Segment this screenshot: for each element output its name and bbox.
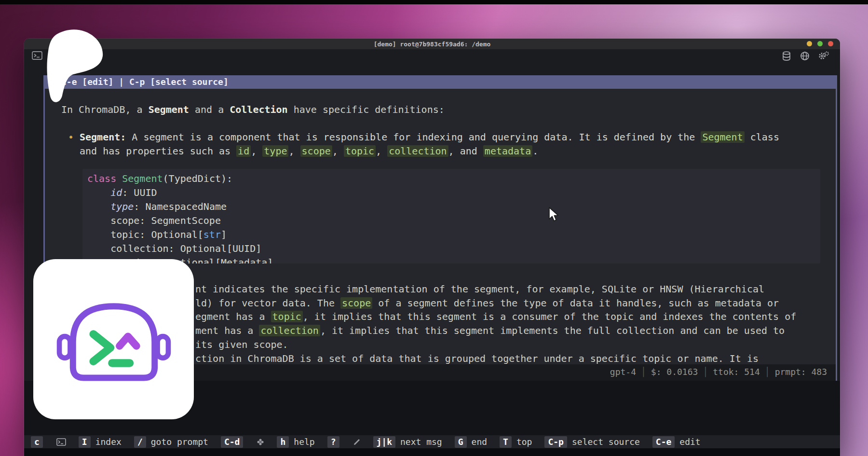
footer-binding-j-k[interactable]: j|knext msg — [373, 436, 442, 448]
text-segment: Segment — [701, 131, 744, 143]
footer-binding-i[interactable]: Iindex — [79, 436, 122, 448]
text-segment: collection — [387, 145, 448, 157]
database-icon[interactable] — [781, 51, 792, 63]
text-line: its given scope. — [195, 338, 796, 352]
footer-key[interactable]: C-e — [652, 436, 675, 448]
footer-key[interactable]: / — [134, 436, 146, 448]
footer-label: top — [516, 437, 532, 447]
text-line: egment has a topic, it implies that this… — [195, 310, 796, 324]
status-separator: │ — [765, 367, 770, 377]
footer-icon-item[interactable] — [55, 438, 66, 446]
keybinding-footer: cIindex/goto promptC-dhhelp?j|knext msgG… — [24, 435, 840, 448]
text-segment — [87, 187, 110, 198]
footer-binding-t[interactable]: Ttop — [500, 436, 532, 448]
footer-key[interactable]: h — [277, 436, 289, 448]
footer-binding-g[interactable]: Gend — [455, 436, 487, 448]
text-segment: A segment is a component that is respons… — [126, 131, 701, 143]
text-segment: id — [236, 145, 251, 157]
footer-binding-c[interactable]: c — [31, 436, 43, 448]
text-segment: collection — [259, 325, 320, 336]
text-segment: Segment — [149, 104, 189, 115]
text-segment: , and — [448, 145, 483, 157]
text-line: topic: Optional[str] — [87, 228, 820, 242]
text-line: class Segment(TypedDict): — [87, 172, 820, 186]
text-segment: , — [376, 145, 387, 157]
window-titlebar[interactable]: [demo] root@7b983cf59ad6: /demo — [24, 39, 840, 49]
text-segment: and has properties such as — [80, 145, 236, 157]
footer-key[interactable]: c — [31, 436, 43, 448]
text-line: ment has a collection, it implies that t… — [195, 324, 796, 338]
text-segment: nt indicates the specific implementation… — [195, 283, 764, 295]
footer-binding--[interactable]: /goto prompt — [134, 436, 208, 448]
text-line: id: UUID — [87, 186, 820, 200]
text-segment: Segment — [122, 173, 163, 184]
footer-icon-item[interactable] — [352, 438, 361, 446]
pencil-icon — [353, 438, 361, 446]
white-blob-overlay — [44, 28, 107, 108]
status-separator: │ — [641, 367, 646, 377]
text-segment: , — [288, 145, 300, 157]
text-segment: topic: Optional[ — [87, 229, 203, 240]
terminal-icon — [56, 438, 66, 446]
footer-key[interactable]: I — [79, 436, 91, 448]
text-line: ld) for vector data. The scope of a segm… — [195, 296, 796, 310]
globe-icon[interactable] — [800, 51, 810, 63]
gears-icon[interactable] — [818, 51, 829, 63]
flower-icon — [257, 438, 264, 446]
footer-binding--[interactable]: ? — [327, 436, 339, 448]
text-segment — [87, 201, 110, 212]
traffic-light[interactable] — [817, 41, 823, 46]
text-segment: , it implies that this segment implement… — [320, 325, 785, 336]
text-line: metadata: Optional[Metadata] — [87, 256, 820, 263]
bullet-paragraph: Segment: A segment is a component that i… — [80, 130, 779, 158]
footer-label: next msg — [400, 437, 442, 447]
traffic-light[interactable] — [807, 41, 812, 46]
status-value: prmpt: 483 — [775, 367, 827, 377]
footer-binding-h[interactable]: hhelp — [277, 436, 314, 448]
footer-label: help — [294, 437, 314, 447]
bullet-marker: • — [68, 130, 74, 144]
footer-key[interactable]: j|k — [373, 436, 396, 448]
text-segment: type — [110, 201, 134, 212]
footer-binding-c-p[interactable]: C-pselect source — [544, 436, 639, 448]
robot-logo-card — [33, 259, 194, 419]
text-segment: Collection — [230, 104, 287, 115]
text-segment: scope: SegmentScope — [87, 215, 221, 226]
text-segment: scope — [340, 297, 372, 309]
text-segment: scope — [300, 145, 332, 157]
footer-key[interactable]: C-p — [544, 436, 567, 448]
text-line: nt indicates the specific implementation… — [195, 282, 796, 296]
footer-key[interactable]: T — [500, 436, 512, 448]
footer-binding-c-d[interactable]: C-d — [221, 436, 244, 448]
footer-binding-c-e[interactable]: C-eedit — [652, 436, 701, 448]
chat-heading: In ChromaDB, a Segment and a Collection … — [61, 103, 445, 117]
footer-key[interactable]: ? — [327, 436, 339, 448]
footer-icon-item[interactable] — [256, 438, 264, 446]
text-segment: topic — [344, 145, 376, 157]
menu-bar — [0, 0, 868, 4]
mouse-cursor — [548, 207, 560, 223]
status-value: $: 0.0163 — [651, 367, 698, 377]
body-paragraph: nt indicates the specific implementation… — [195, 282, 796, 365]
traffic-light[interactable] — [828, 41, 833, 46]
code-block: class Segment(TypedDict): id: UUID type:… — [82, 169, 820, 263]
text-segment: have specific definitions: — [288, 104, 445, 115]
text-segment: and a — [189, 104, 230, 115]
panel-keybind-header[interactable]: C-e [edit] | C-p [select source] — [45, 75, 836, 89]
terminal-icon[interactable] — [32, 51, 42, 62]
footer-label: end — [472, 437, 488, 447]
footer-label: select source — [572, 437, 640, 447]
text-line: ction in ChromaDB is a set of data that … — [195, 352, 796, 366]
text-segment: class — [87, 173, 122, 184]
text-segment: ld) for vector data. The — [195, 297, 340, 309]
text-segment: str — [203, 229, 221, 240]
text-segment: : UUID — [122, 187, 157, 198]
text-segment: , — [251, 145, 262, 157]
footer-key[interactable]: G — [455, 436, 467, 448]
text-line: Segment: A segment is a component that i… — [80, 130, 779, 144]
terminal-robot-logo-icon — [56, 291, 172, 387]
footer-label: goto prompt — [151, 437, 208, 447]
text-segment: egment has a — [195, 311, 271, 322]
text-segment: ction in ChromaDB is a set of data that … — [195, 353, 759, 364]
footer-key[interactable]: C-d — [221, 436, 244, 448]
